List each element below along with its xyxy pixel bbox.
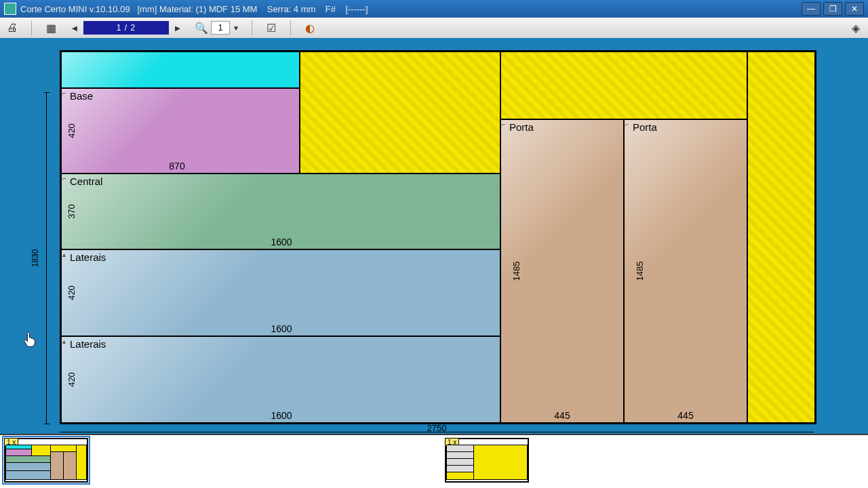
piece-laterais-1[interactable]: ▴ Laterais 420 1600 — [61, 249, 500, 336]
sheet-height-ruler: 1830 — [46, 92, 56, 424]
piece-label: Porta — [633, 121, 657, 133]
separator — [252, 20, 252, 35]
grain-icon: ▴ — [62, 251, 66, 258]
piece-label: Laterais — [70, 338, 106, 350]
offcut-yellow-2[interactable] — [500, 52, 747, 119]
piece-porta-2[interactable]: ⌐ Porta 1485 445 — [624, 119, 747, 423]
piece-porta-1[interactable]: ⌐ Porta 1485 445 — [500, 119, 624, 423]
zoom-dropdown[interactable]: ▼ — [233, 24, 239, 32]
piece-label: Laterais — [70, 251, 106, 263]
piece-height: 1485 — [511, 262, 521, 281]
zoom-value[interactable]: 1 — [211, 21, 230, 35]
piece-width: 1600 — [271, 323, 292, 334]
work-area: 1830 2750 ⌐ Base 420 870 ⌐ Central 370 1… — [0, 38, 868, 434]
close-button[interactable]: ✕ — [845, 2, 864, 16]
zoom-icon[interactable]: 🔍 — [195, 22, 208, 35]
piece-width: 870 — [169, 161, 184, 171]
sheet-width-label: 2750 — [427, 423, 447, 433]
piece-laterais-2[interactable]: ▴ Laterais 420 1600 — [61, 336, 500, 423]
grain-icon: ⌐ — [62, 175, 66, 182]
window-title: Corte Certo MINI v.10.10.09 [mm] Materia… — [20, 4, 368, 14]
sheet-thumbnails: 1 x 1 x — [0, 434, 868, 488]
grain-icon: ⌐ — [502, 121, 506, 128]
cursor-hand-icon — [23, 331, 38, 348]
toolbar: 🖨 ▦ ◄ 1 / 2 ► 🔍 1 ▼ ☑ ◐ ◈ — [0, 18, 868, 39]
thumbnail-sheet-2[interactable]: 1 x — [445, 438, 529, 483]
check-icon[interactable]: ☑ — [264, 21, 278, 35]
print-icon[interactable]: 🖨 — [5, 21, 19, 35]
piece-width: 445 — [554, 410, 570, 421]
piece-height: 370 — [66, 204, 77, 219]
page-prev-button[interactable]: ◄ — [70, 23, 79, 33]
sheet-height-label: 1830 — [31, 249, 40, 268]
piece-height: 420 — [66, 372, 77, 387]
piece-height: 1485 — [635, 262, 645, 281]
page-navigator: ◄ 1 / 2 ► — [70, 21, 182, 35]
grain-icon: ⌐ — [62, 89, 66, 97]
maximize-button[interactable]: ❐ — [823, 2, 842, 16]
cutting-sheet[interactable]: ⌐ Base 420 870 ⌐ Central 370 1600 ▴ Late… — [60, 50, 816, 424]
help-icon[interactable]: ◐ — [303, 21, 317, 35]
separator — [31, 20, 32, 35]
minimize-button[interactable]: — — [802, 2, 821, 16]
layers-icon[interactable]: ◈ — [849, 21, 863, 35]
palette-icon[interactable]: ▦ — [44, 21, 58, 35]
separator — [290, 20, 291, 35]
page-indicator[interactable]: 1 / 2 — [83, 21, 169, 35]
zoom-control: 🔍 1 ▼ — [195, 21, 239, 35]
thumbnail-sheet-1[interactable]: 1 x — [4, 438, 88, 483]
piece-height: 420 — [66, 285, 77, 300]
piece-label: Porta — [509, 121, 534, 133]
offcut-yellow-1[interactable] — [300, 52, 500, 174]
piece-width: 1600 — [271, 237, 292, 247]
piece-scrap-cyan[interactable] — [61, 52, 300, 88]
piece-width: 445 — [677, 410, 693, 421]
grain-icon: ▴ — [62, 338, 66, 345]
piece-base[interactable]: ⌐ Base 420 870 — [61, 88, 300, 174]
window-titlebar: Corte Certo MINI v.10.10.09 [mm] Materia… — [0, 0, 868, 18]
piece-height: 420 — [66, 123, 77, 138]
piece-label: Base — [70, 90, 93, 102]
page-next-button[interactable]: ► — [173, 23, 182, 33]
app-icon — [4, 3, 16, 15]
grain-icon: ⌐ — [625, 121, 629, 128]
offcut-yellow-3[interactable] — [747, 52, 815, 423]
piece-label: Central — [70, 176, 102, 187]
piece-central[interactable]: ⌐ Central 370 1600 — [61, 174, 500, 249]
piece-width: 1600 — [271, 410, 292, 421]
